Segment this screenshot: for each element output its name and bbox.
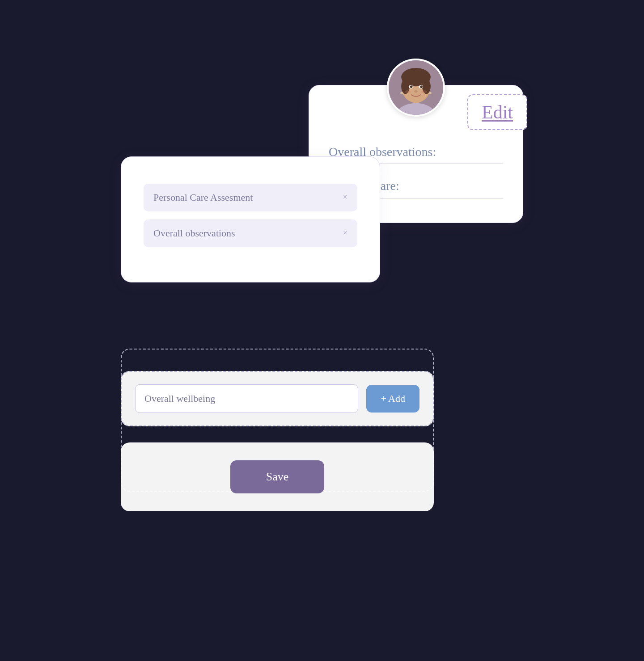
tag-personal-care: Personal Care Assesment × [144, 184, 357, 211]
add-button[interactable]: + Add [366, 385, 419, 413]
tag-overall-observations: Overall observations × [144, 219, 357, 247]
left-card: Personal Care Assesment × Overall observ… [121, 156, 380, 282]
svg-point-9 [410, 85, 413, 88]
edit-button[interactable]: Edit [482, 102, 513, 122]
add-button-label: + Add [381, 393, 405, 404]
tag-overall-observations-label: Overall observations [153, 227, 235, 239]
avatar [387, 59, 445, 117]
tag-overall-observations-close[interactable]: × [343, 228, 347, 238]
svg-point-15 [421, 90, 427, 93]
svg-point-14 [405, 90, 411, 93]
scene: Edit Overall observations: Personal care… [121, 85, 523, 577]
add-row: + Add [121, 371, 434, 426]
add-text-input[interactable] [135, 384, 358, 413]
svg-point-11 [414, 90, 418, 93]
svg-point-13 [429, 92, 432, 94]
svg-point-10 [420, 85, 423, 88]
save-wrapper: Save [121, 442, 434, 511]
svg-point-12 [400, 92, 403, 94]
tag-personal-care-close[interactable]: × [343, 193, 347, 202]
tag-personal-care-label: Personal Care Assesment [153, 192, 253, 203]
edit-button-wrapper[interactable]: Edit [467, 94, 527, 130]
save-button[interactable]: Save [230, 460, 325, 493]
